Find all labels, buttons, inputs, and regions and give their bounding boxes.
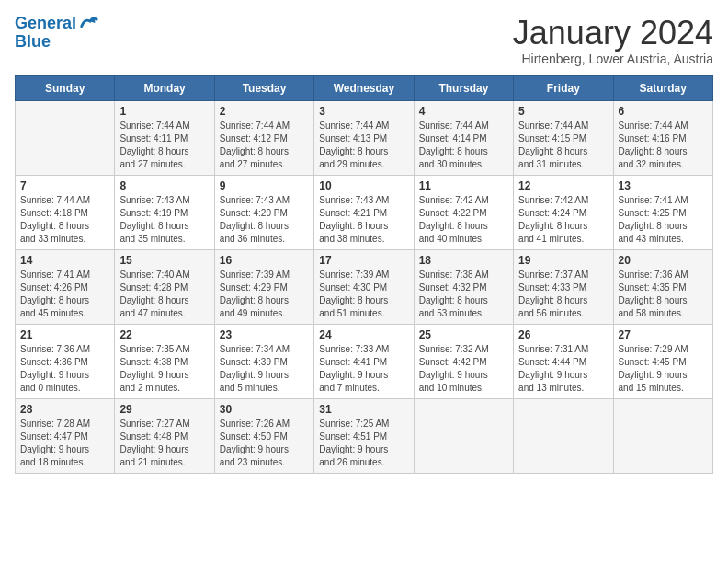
day-info-line: Sunset: 4:42 PM — [419, 357, 487, 367]
day-info-line: Daylight: 8 hours — [619, 221, 688, 231]
day-info: Sunrise: 7:41 AMSunset: 4:26 PMDaylight:… — [20, 269, 109, 320]
day-info-line: Sunset: 4:19 PM — [119, 208, 188, 218]
day-number: 4 — [419, 105, 508, 118]
day-info-line: Sunrise: 7:27 AM — [119, 419, 189, 429]
day-info: Sunrise: 7:31 AMSunset: 4:44 PMDaylight:… — [518, 343, 608, 395]
calendar-cell: 17Sunrise: 7:39 AMSunset: 4:30 PMDayligh… — [314, 249, 414, 324]
calendar-cell: 15Sunrise: 7:40 AMSunset: 4:28 PMDayligh… — [115, 249, 214, 324]
day-number: 17 — [319, 254, 408, 267]
day-info: Sunrise: 7:43 AMSunset: 4:19 PMDaylight:… — [119, 194, 209, 246]
day-info-line: Sunset: 4:29 PM — [220, 282, 288, 293]
day-info-line: Sunrise: 7:39 AM — [220, 270, 290, 280]
header-cell-monday: Monday — [115, 75, 214, 100]
day-info-line: Sunrise: 7:28 AM — [20, 419, 90, 429]
day-info-line: Sunset: 4:50 PM — [220, 431, 288, 442]
calendar-cell: 19Sunrise: 7:37 AMSunset: 4:33 PMDayligh… — [514, 249, 613, 324]
day-number: 20 — [619, 254, 708, 267]
day-info-line: and 15 minutes. — [619, 383, 684, 393]
day-info-line: Daylight: 8 hours — [619, 146, 688, 156]
day-number: 13 — [619, 179, 708, 192]
day-info: Sunrise: 7:39 AMSunset: 4:30 PMDaylight:… — [319, 269, 408, 320]
day-info: Sunrise: 7:44 AMSunset: 4:14 PMDaylight:… — [419, 120, 508, 171]
day-info-line: Sunset: 4:24 PM — [518, 208, 586, 218]
logo-text-blue: Blue — [15, 33, 98, 52]
day-info-line: Daylight: 8 hours — [319, 295, 388, 305]
day-info-line: Sunrise: 7:35 AM — [119, 344, 189, 354]
calendar-cell: 20Sunrise: 7:36 AMSunset: 4:35 PMDayligh… — [613, 249, 712, 324]
day-info-line: and 56 minutes. — [518, 308, 584, 318]
calendar-cell — [613, 398, 712, 473]
calendar-cell: 28Sunrise: 7:28 AMSunset: 4:47 PMDayligh… — [16, 398, 115, 473]
day-info-line: Sunrise: 7:31 AM — [518, 344, 588, 354]
day-info-line: Daylight: 8 hours — [220, 221, 289, 231]
location: Hirtenberg, Lower Austria, Austria — [513, 52, 713, 66]
calendar-cell: 8Sunrise: 7:43 AMSunset: 4:19 PMDaylight… — [115, 175, 214, 249]
day-number: 8 — [119, 179, 209, 192]
day-info-line: Daylight: 9 hours — [319, 444, 388, 454]
calendar-cell — [414, 398, 513, 473]
title-block: January 2024 Hirtenberg, Lower Austria, … — [513, 15, 713, 66]
day-info-line: and 43 minutes. — [619, 234, 684, 244]
calendar-cell: 21Sunrise: 7:36 AMSunset: 4:36 PMDayligh… — [16, 324, 115, 398]
calendar-cell: 30Sunrise: 7:26 AMSunset: 4:50 PMDayligh… — [214, 398, 313, 473]
day-info-line: Sunset: 4:16 PM — [619, 133, 687, 144]
day-info: Sunrise: 7:33 AMSunset: 4:41 PMDaylight:… — [319, 343, 408, 395]
week-row-1: 7Sunrise: 7:44 AMSunset: 4:18 PMDaylight… — [16, 175, 713, 249]
day-info-line: Daylight: 8 hours — [319, 146, 388, 156]
day-info-line: and 7 minutes. — [319, 383, 380, 393]
day-number: 19 — [518, 254, 608, 267]
day-info-line: Sunrise: 7:37 AM — [518, 270, 588, 280]
calendar-cell — [514, 398, 613, 473]
day-info-line: Sunrise: 7:38 AM — [419, 270, 489, 280]
day-info-line: Daylight: 8 hours — [20, 295, 89, 305]
calendar-cell: 16Sunrise: 7:39 AMSunset: 4:29 PMDayligh… — [214, 249, 313, 324]
day-info-line: and 27 minutes. — [119, 159, 185, 169]
day-info-line: Sunrise: 7:36 AM — [20, 344, 90, 354]
day-info: Sunrise: 7:32 AMSunset: 4:42 PMDaylight:… — [419, 343, 508, 395]
day-info-line: Sunrise: 7:44 AM — [319, 121, 389, 131]
day-info-line: Daylight: 9 hours — [619, 370, 688, 380]
day-number: 12 — [518, 179, 608, 192]
calendar-cell: 7Sunrise: 7:44 AMSunset: 4:18 PMDaylight… — [16, 175, 115, 249]
day-info-line: Sunset: 4:35 PM — [619, 282, 687, 293]
day-info-line: and 29 minutes. — [319, 159, 384, 169]
day-info-line: Daylight: 8 hours — [119, 146, 188, 156]
day-info-line: Daylight: 8 hours — [319, 221, 388, 231]
day-number: 22 — [119, 328, 209, 341]
day-info-line: Sunrise: 7:44 AM — [419, 121, 489, 131]
calendar-cell: 26Sunrise: 7:31 AMSunset: 4:44 PMDayligh… — [514, 324, 613, 398]
week-row-3: 21Sunrise: 7:36 AMSunset: 4:36 PMDayligh… — [16, 324, 713, 398]
day-info-line: Sunset: 4:33 PM — [518, 282, 586, 293]
day-info-line: Daylight: 9 hours — [220, 444, 289, 454]
day-number: 15 — [119, 254, 209, 267]
day-info-line: Sunset: 4:48 PM — [119, 431, 188, 442]
day-info-line: Sunrise: 7:43 AM — [319, 195, 389, 205]
calendar-cell: 4Sunrise: 7:44 AMSunset: 4:14 PMDaylight… — [414, 100, 513, 175]
calendar-body: 1Sunrise: 7:44 AMSunset: 4:11 PMDaylight… — [16, 100, 713, 473]
day-info-line: Sunset: 4:36 PM — [20, 357, 88, 367]
calendar-cell: 1Sunrise: 7:44 AMSunset: 4:11 PMDaylight… — [115, 100, 214, 175]
day-info-line: Daylight: 9 hours — [319, 370, 388, 380]
day-info-line: Daylight: 8 hours — [419, 221, 488, 231]
day-info-line: and 2 minutes. — [119, 383, 180, 393]
day-info-line: and 38 minutes. — [319, 234, 384, 244]
day-info-line: and 0 minutes. — [20, 383, 81, 393]
day-info: Sunrise: 7:25 AMSunset: 4:51 PMDaylight:… — [319, 418, 408, 469]
day-info: Sunrise: 7:34 AMSunset: 4:39 PMDaylight:… — [220, 343, 309, 395]
day-info-line: Sunset: 4:25 PM — [619, 208, 687, 218]
day-info-line: Sunrise: 7:42 AM — [419, 195, 489, 205]
day-info-line: Sunrise: 7:40 AM — [119, 270, 189, 280]
day-info: Sunrise: 7:35 AMSunset: 4:38 PMDaylight:… — [119, 343, 209, 395]
day-info-line: Sunset: 4:18 PM — [20, 208, 88, 218]
day-info-line: Sunset: 4:28 PM — [119, 282, 188, 293]
day-info-line: Sunrise: 7:39 AM — [319, 270, 389, 280]
day-info-line: Daylight: 9 hours — [220, 370, 289, 380]
month-title: January 2024 — [513, 15, 713, 52]
day-info: Sunrise: 7:43 AMSunset: 4:21 PMDaylight:… — [319, 194, 408, 246]
calendar-cell: 6Sunrise: 7:44 AMSunset: 4:16 PMDaylight… — [613, 100, 712, 175]
day-info-line: and 36 minutes. — [220, 234, 285, 244]
day-info-line: Daylight: 8 hours — [518, 146, 587, 156]
day-info-line: Daylight: 8 hours — [518, 221, 587, 231]
day-number: 27 — [619, 328, 708, 341]
calendar-cell: 25Sunrise: 7:32 AMSunset: 4:42 PMDayligh… — [414, 324, 513, 398]
